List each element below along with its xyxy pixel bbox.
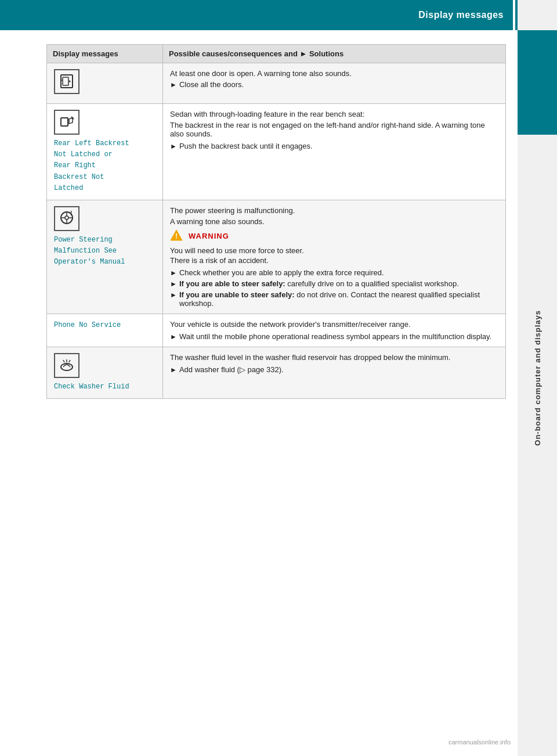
arrow-icon: ►	[170, 142, 177, 150]
col1-header: Display messages	[47, 45, 163, 63]
warning-triangle-icon: !	[170, 229, 183, 243]
cause-text-1: Sedan with through-loading feature in th…	[170, 110, 498, 118]
backrest-icon	[54, 110, 79, 135]
display-col-door	[47, 63, 163, 104]
svg-line-18	[69, 360, 70, 362]
causes-col-door: At least one door is open. A warning ton…	[163, 63, 506, 104]
bullet-phone: ► Wait until the mobile phone operationa…	[170, 332, 498, 341]
sidebar-label: On-board computer and displays	[533, 310, 542, 446]
steering-display-text: Power Steering Malfunction See Operator'…	[54, 235, 155, 268]
main-content: Display messages Possible causes/consequ…	[0, 30, 518, 411]
bullet-steering-3: ► If you are unable to steer safely: do …	[170, 290, 498, 308]
display-col-steering: ! Power Steering Malfunction See Operato…	[47, 200, 163, 314]
arrow-icon: ►	[170, 269, 177, 277]
causes-col-washer: The washer fluid level in the washer flu…	[163, 347, 506, 398]
causes-col-backrest: Sedan with through-loading feature in th…	[163, 104, 506, 200]
washer-icon	[54, 353, 79, 378]
arrow-icon: ►	[170, 81, 177, 89]
page-header: Display messages 273	[0, 0, 557, 30]
arrow-icon: ►	[170, 333, 177, 341]
arrow-icon: ►	[170, 366, 177, 374]
page-title: Display messages	[418, 10, 504, 20]
table-row: ! Power Steering Malfunction See Operato…	[47, 200, 506, 314]
washer-svg	[59, 357, 75, 373]
warning-box: ! WARNING	[170, 229, 498, 243]
cause-text: Your vehicle is outside the network prov…	[170, 320, 498, 329]
washer-display-text: Check Washer Fluid	[54, 381, 155, 393]
cause-text: At least one door is open. A warning ton…	[170, 69, 498, 78]
cause-text-1: The power steering is malfunctioning.	[170, 206, 498, 215]
table-row: Check Washer Fluid The washer fluid leve…	[47, 347, 506, 398]
door-icon	[54, 69, 79, 94]
steering-icon: !	[54, 206, 79, 231]
bullet-backrest: ► Push the backrest back until it engage…	[170, 142, 498, 150]
header-title-bar: Display messages	[0, 0, 513, 30]
table-row: At least one door is open. A warning ton…	[47, 63, 506, 104]
display-col-backrest: Rear Left Backrest Not Latched or Rear R…	[47, 104, 163, 200]
cause-text: The washer fluid level in the washer flu…	[170, 353, 498, 362]
steering-svg: !	[59, 210, 75, 226]
display-messages-table: Display messages Possible causes/consequ…	[46, 44, 506, 399]
svg-rect-4	[61, 118, 68, 126]
sidebar-teal-bar	[518, 30, 557, 135]
bullet-steering-2: ► If you are able to steer safely: caref…	[170, 279, 498, 288]
svg-rect-1	[63, 77, 68, 85]
svg-text:!: !	[175, 232, 178, 240]
causes-col-phone: Your vehicle is outside the network prov…	[163, 314, 506, 347]
cause-text-2: A warning tone also sounds.	[170, 217, 498, 226]
svg-point-2	[69, 81, 71, 82]
col2-header: Possible causes/consequences and ► Solut…	[163, 45, 506, 63]
table-row: Rear Left Backrest Not Latched or Rear R…	[47, 104, 506, 200]
backrest-svg	[59, 113, 75, 129]
backrest-display-text: Rear Left Backrest Not Latched or Rear R…	[54, 138, 155, 194]
svg-text:!: !	[70, 210, 72, 217]
warning-text-1: You will need to use more force to steer…	[170, 246, 498, 255]
table-row: Phone No Service Your vehicle is outside…	[47, 314, 506, 347]
arrow-icon: ►	[170, 280, 177, 288]
bullet-close-doors: ► Close all the doors.	[170, 80, 498, 89]
warning-label: WARNING	[189, 232, 229, 240]
display-col-washer: Check Washer Fluid	[47, 347, 163, 398]
bullet-washer: ► Add washer fluid (▷ page 332).	[170, 365, 498, 374]
svg-line-16	[63, 360, 64, 362]
svg-point-7	[65, 216, 68, 219]
bullet-steering-1: ► Check whether you are able to apply th…	[170, 268, 498, 277]
door-svg	[59, 73, 75, 89]
watermark: carmanualsonline.info	[449, 739, 511, 746]
display-col-phone: Phone No Service	[47, 314, 163, 347]
right-sidebar: On-board computer and displays	[518, 0, 557, 756]
arrow-icon: ►	[170, 291, 177, 299]
phone-display-text: Phone No Service	[54, 320, 155, 331]
warning-text-2: There is a risk of an accident.	[170, 256, 498, 265]
cause-text-2: The backrest in the rear is not engaged …	[170, 121, 498, 138]
causes-col-steering: The power steering is malfunctioning. A …	[163, 200, 506, 314]
